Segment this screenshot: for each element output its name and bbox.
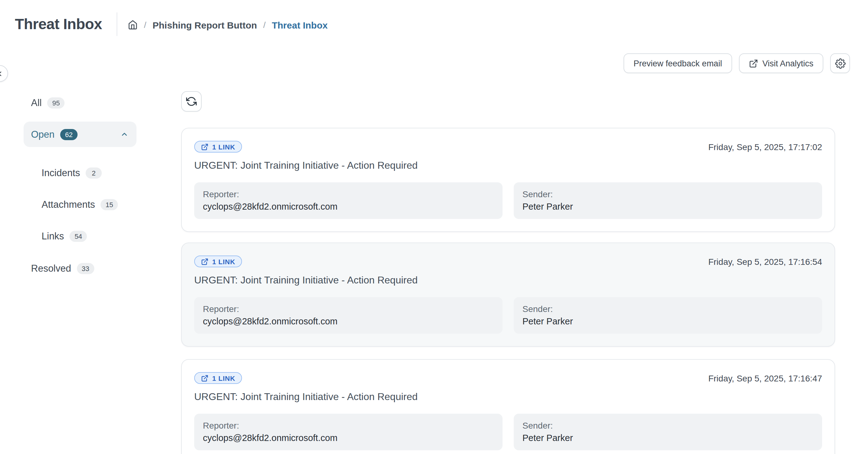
links-count-label: 1 LINK [212,258,236,265]
sender-label: Sender: [522,189,813,199]
sender-value: Peter Parker [522,316,813,326]
threat-card-list: 1 LINK Friday, Sep 5, 2025, 17:17:02 URG… [181,128,835,454]
reporter-label: Reporter: [203,189,494,199]
card-detail-row: Reporter: cyclops@28kfd2.onmicrosoft.com… [194,414,822,450]
count-badge: 62 [60,129,78,140]
sender-label: Sender: [522,304,813,314]
title-divider [117,12,117,36]
external-link-icon [749,59,758,68]
sender-label: Sender: [522,421,813,430]
sidebar-item-label: Resolved [31,263,71,274]
count-badge: 54 [69,231,87,242]
count-badge: 15 [100,199,118,210]
sidebar-item-open[interactable]: Open 62 [24,122,136,147]
card-detail-row: Reporter: cyclops@28kfd2.onmicrosoft.com… [194,297,822,334]
sidebar-collapse-button[interactable] [0,65,8,82]
breadcrumb: / Phishing Report Button / Threat Inbox [128,19,328,31]
reporter-label: Reporter: [203,421,494,430]
links-count-label: 1 LINK [212,143,236,151]
chevron-up-icon[interactable] [120,130,128,138]
sidebar-item-resolved[interactable]: Resolved 33 [31,263,94,274]
home-icon[interactable] [128,20,138,30]
page-title: Threat Inbox [15,15,102,33]
reporter-label: Reporter: [203,304,494,314]
email-subject: URGENT: Joint Training Initiative - Acti… [194,159,822,172]
external-link-icon [201,143,209,151]
preview-feedback-email-button[interactable]: Preview feedback email [624,53,732,73]
sidebar-item-label: All [31,97,41,108]
sidebar-item-links[interactable]: Links 54 [41,231,87,242]
card-header-row: 1 LINK Friday, Sep 5, 2025, 17:17:02 [194,141,822,153]
visit-analytics-label: Visit Analytics [762,59,813,68]
sender-box: Sender: Peter Parker [514,182,822,219]
sender-value: Peter Parker [522,201,813,212]
threat-card[interactable]: 1 LINK Friday, Sep 5, 2025, 17:16:47 URG… [181,359,835,454]
reporter-box: Reporter: cyclops@28kfd2.onmicrosoft.com [194,414,502,450]
sidebar-item-label: Open [31,129,55,140]
refresh-button[interactable] [181,91,202,111]
preview-feedback-email-label: Preview feedback email [633,59,722,68]
reporter-box: Reporter: cyclops@28kfd2.onmicrosoft.com [194,297,502,334]
visit-analytics-button[interactable]: Visit Analytics [739,53,823,73]
card-header-row: 1 LINK Friday, Sep 5, 2025, 17:16:54 [194,256,822,267]
links-count-label: 1 LINK [212,374,236,382]
external-link-icon [201,258,209,265]
count-badge: 2 [86,167,102,179]
sender-box: Sender: Peter Parker [514,414,822,450]
report-timestamp: Friday, Sep 5, 2025, 17:17:02 [708,142,822,152]
links-count-badge[interactable]: 1 LINK [194,256,242,267]
count-badge: 33 [76,263,94,274]
reporter-value: cyclops@28kfd2.onmicrosoft.com [203,433,494,443]
breadcrumb-separator: / [263,20,266,30]
reporter-value: cyclops@28kfd2.onmicrosoft.com [203,316,494,326]
header-actions: Preview feedback email Visit Analytics [624,53,850,73]
email-subject: URGENT: Joint Training Initiative - Acti… [194,390,822,403]
card-detail-row: Reporter: cyclops@28kfd2.onmicrosoft.com… [194,182,822,219]
external-link-icon [201,374,209,382]
threat-card[interactable]: 1 LINK Friday, Sep 5, 2025, 17:16:54 URG… [181,242,835,347]
card-header-row: 1 LINK Friday, Sep 5, 2025, 17:16:47 [194,372,822,384]
settings-button[interactable] [830,53,850,73]
breadcrumb-separator: / [144,20,147,30]
email-subject: URGENT: Joint Training Initiative - Acti… [194,273,822,287]
refresh-icon [186,96,197,107]
chevron-left-icon [0,70,3,77]
sidebar-item-all[interactable]: All 95 [31,97,65,108]
report-timestamp: Friday, Sep 5, 2025, 17:16:54 [708,256,822,266]
sidebar-item-attachments[interactable]: Attachments 15 [41,199,118,210]
sidebar-item-label: Links [41,231,64,242]
sidebar-item-label: Attachments [41,199,95,210]
sender-value: Peter Parker [522,433,813,443]
threat-card[interactable]: 1 LINK Friday, Sep 5, 2025, 17:17:02 URG… [181,128,835,232]
sender-box: Sender: Peter Parker [514,297,822,334]
links-count-badge[interactable]: 1 LINK [194,141,242,153]
breadcrumb-parent[interactable]: Phishing Report Button [153,20,257,30]
reporter-value: cyclops@28kfd2.onmicrosoft.com [203,201,494,212]
report-timestamp: Friday, Sep 5, 2025, 17:16:47 [708,373,822,383]
sidebar-item-incidents[interactable]: Incidents 2 [41,167,102,179]
count-badge: 95 [47,97,65,108]
threat-inbox-page: Threat Inbox / Phishing Report Button / … [0,0,868,454]
links-count-badge[interactable]: 1 LINK [194,372,242,384]
reporter-box: Reporter: cyclops@28kfd2.onmicrosoft.com [194,182,502,219]
gear-icon [835,58,845,68]
breadcrumb-current: Threat Inbox [272,20,328,30]
sidebar-item-label: Incidents [41,167,80,179]
